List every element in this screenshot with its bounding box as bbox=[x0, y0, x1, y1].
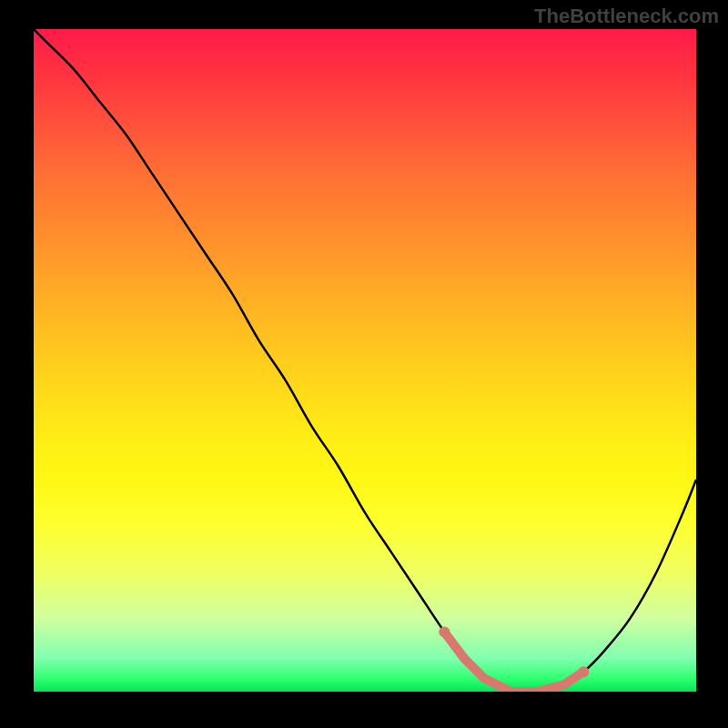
bottleneck-curve bbox=[34, 29, 696, 692]
highlight-end-dot bbox=[578, 666, 589, 677]
watermark-label: TheBottleneck.com bbox=[534, 5, 719, 28]
highlight-segment bbox=[444, 632, 583, 692]
chart-container: TheBottleneck.com bbox=[0, 0, 728, 728]
highlight-start-dot bbox=[439, 626, 450, 637]
plot-area bbox=[34, 29, 696, 692]
chart-svg bbox=[34, 29, 696, 692]
